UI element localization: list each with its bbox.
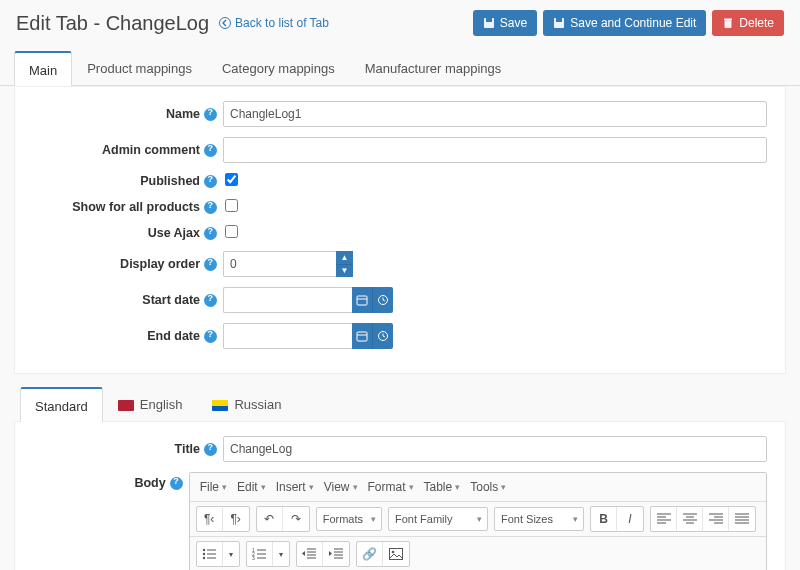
clock-icon[interactable] — [372, 287, 393, 313]
end-date-label: End date — [147, 329, 200, 343]
help-icon[interactable] — [204, 201, 217, 214]
language-tab-strip: Standard English Russian — [14, 386, 786, 422]
rtl-icon[interactable]: ¶› — [223, 507, 249, 531]
body-label: Body — [134, 476, 165, 490]
display-order-input[interactable] — [223, 251, 336, 277]
svg-rect-5 — [725, 20, 732, 28]
start-date-input[interactable] — [223, 287, 352, 313]
svg-point-15 — [203, 557, 205, 559]
page-title: Edit Tab - ChangeLog — [16, 12, 209, 35]
calendar-icon[interactable] — [352, 323, 373, 349]
editor-menu-file[interactable]: File — [196, 477, 231, 497]
flag-en-icon — [118, 400, 134, 411]
save-continue-button[interactable]: Save and Continue Edit — [543, 10, 706, 36]
help-icon[interactable] — [204, 258, 217, 271]
save-icon — [483, 17, 495, 29]
svg-text:3: 3 — [252, 555, 255, 560]
save-icon — [553, 17, 565, 29]
tab-russian[interactable]: Russian — [197, 386, 296, 421]
svg-point-0 — [220, 18, 231, 29]
rich-text-editor: File Edit Insert View Format Table Tools… — [189, 472, 767, 570]
align-left-icon[interactable] — [651, 507, 677, 531]
svg-point-14 — [203, 553, 205, 555]
display-order-label: Display order — [120, 257, 200, 271]
editor-menu-tools[interactable]: Tools — [466, 477, 510, 497]
clock-icon[interactable] — [372, 323, 393, 349]
tab-english[interactable]: English — [103, 386, 198, 421]
link-icon[interactable]: 🔗 — [357, 542, 383, 566]
show-all-checkbox[interactable] — [225, 199, 238, 212]
chevron-down-icon[interactable]: ▾ — [273, 542, 289, 566]
calendar-icon[interactable] — [352, 287, 373, 313]
ltr-icon[interactable]: ¶‹ — [197, 507, 223, 531]
back-link[interactable]: Back to list of Tab — [219, 16, 329, 30]
formats-select[interactable]: Formats — [316, 507, 382, 531]
tab-category-mappings[interactable]: Category mappings — [207, 50, 350, 85]
published-checkbox[interactable] — [225, 173, 238, 186]
align-center-icon[interactable] — [677, 507, 703, 531]
help-icon[interactable] — [204, 144, 217, 157]
show-all-label: Show for all products — [72, 200, 200, 214]
admin-comment-input[interactable] — [223, 137, 767, 163]
use-ajax-checkbox[interactable] — [225, 225, 238, 238]
svg-rect-7 — [357, 296, 367, 305]
undo-icon[interactable]: ↶ — [257, 507, 283, 531]
tab-manufacturer-mappings[interactable]: Manufacturer mappings — [350, 50, 517, 85]
chevron-down-icon[interactable]: ▾ — [223, 542, 239, 566]
help-icon[interactable] — [170, 477, 183, 490]
title-label: Title — [175, 442, 200, 456]
bullet-list-icon[interactable] — [197, 542, 223, 566]
editor-menu-view[interactable]: View — [320, 477, 362, 497]
name-input[interactable] — [223, 101, 767, 127]
help-icon[interactable] — [204, 330, 217, 343]
spinner-down-button[interactable]: ▼ — [336, 265, 353, 278]
font-family-select[interactable]: Font Family — [388, 507, 488, 531]
published-label: Published — [140, 174, 200, 188]
spinner-up-button[interactable]: ▲ — [336, 251, 353, 265]
back-arrow-icon — [219, 17, 231, 29]
editor-menu-edit[interactable]: Edit — [233, 477, 270, 497]
name-label: Name — [166, 107, 200, 121]
italic-icon[interactable]: I — [617, 507, 643, 531]
help-icon[interactable] — [204, 108, 217, 121]
font-sizes-select[interactable]: Font Sizes — [494, 507, 584, 531]
svg-rect-6 — [724, 19, 732, 21]
redo-icon[interactable]: ↷ — [283, 507, 309, 531]
bold-icon[interactable]: B — [591, 507, 617, 531]
end-date-input[interactable] — [223, 323, 352, 349]
align-justify-icon[interactable] — [729, 507, 755, 531]
title-input[interactable] — [223, 436, 767, 462]
delete-button[interactable]: Delete — [712, 10, 784, 36]
back-link-label: Back to list of Tab — [235, 16, 329, 30]
help-icon[interactable] — [204, 227, 217, 240]
trash-icon — [722, 17, 734, 29]
use-ajax-label: Use Ajax — [148, 226, 200, 240]
svg-point-20 — [391, 551, 394, 554]
save-button[interactable]: Save — [473, 10, 537, 36]
tab-standard[interactable]: Standard — [20, 387, 103, 422]
svg-rect-19 — [389, 549, 402, 560]
editor-menu-format[interactable]: Format — [364, 477, 418, 497]
admin-comment-label: Admin comment — [102, 143, 200, 157]
main-tab-strip: Main Product mappings Category mappings … — [0, 50, 800, 86]
svg-rect-4 — [556, 18, 562, 22]
help-icon[interactable] — [204, 175, 217, 188]
outdent-icon[interactable] — [297, 542, 323, 566]
editor-menu-table[interactable]: Table — [420, 477, 465, 497]
numbered-list-icon[interactable]: 123 — [247, 542, 273, 566]
align-right-icon[interactable] — [703, 507, 729, 531]
svg-point-13 — [203, 549, 205, 551]
flag-ua-icon — [212, 400, 228, 411]
svg-rect-2 — [486, 18, 492, 22]
svg-rect-10 — [357, 332, 367, 341]
indent-icon[interactable] — [323, 542, 349, 566]
help-icon[interactable] — [204, 443, 217, 456]
help-icon[interactable] — [204, 294, 217, 307]
tab-product-mappings[interactable]: Product mappings — [72, 50, 207, 85]
image-icon[interactable] — [383, 542, 409, 566]
start-date-label: Start date — [142, 293, 200, 307]
tab-main[interactable]: Main — [14, 51, 72, 86]
editor-menu-insert[interactable]: Insert — [272, 477, 318, 497]
